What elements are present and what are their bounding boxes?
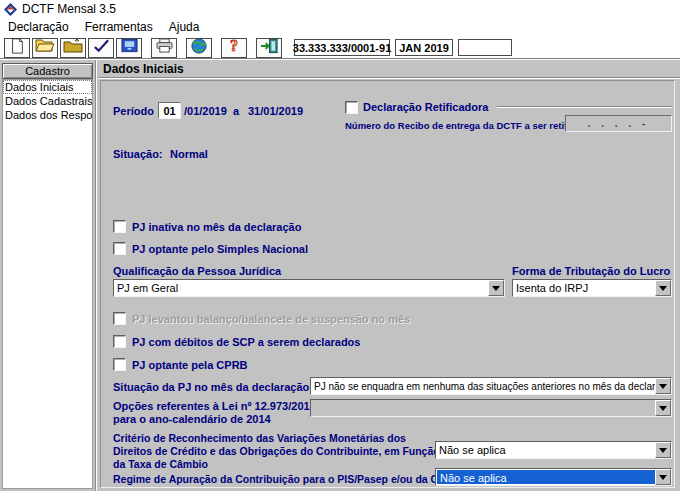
scp-checkbox[interactable] (113, 335, 126, 348)
app-window: DCTF Mensal 3.5 Declaração Ferramentas A… (0, 0, 680, 491)
situacao-pj-combobox[interactable]: PJ não se enquadra em nenhuma das situaç… (310, 377, 672, 395)
periodo-end-text: 31/01/2019 (248, 105, 303, 117)
forma-value: Isenta do IRPJ (513, 280, 655, 296)
page-title-separator (98, 77, 680, 79)
cprb-label[interactable]: PJ optante pela CPRB (132, 359, 248, 371)
opcoes-label-line1: Opções referentes à Lei nº 12.973/2014 (113, 400, 316, 412)
close-folder-button[interactable] (60, 38, 86, 58)
sidebar-item-dados-cadastrais[interactable]: Dados Cadastrais do E (3, 94, 92, 108)
title-bar: DCTF Mensal 3.5 (0, 0, 680, 18)
recibo-field: . . . . - (565, 115, 672, 132)
new-document-button[interactable] (4, 38, 30, 58)
menu-declaracao[interactable]: Declaração (0, 19, 77, 35)
new-document-icon (9, 38, 25, 58)
check-icon (93, 39, 110, 57)
periodo-day-input[interactable]: 01 (158, 102, 181, 119)
open-folder-icon (35, 38, 55, 57)
sidebar-item-dados-responsaveis[interactable]: Dados dos Responsáv (3, 108, 92, 122)
menu-ajuda[interactable]: Ajuda (161, 19, 208, 35)
menu-bar: Declaração Ferramentas Ajuda (0, 18, 680, 36)
periodo-rest-text: /01/2019 (184, 105, 227, 117)
situacao-pj-label: Situação da PJ no mês da declaração (113, 381, 309, 393)
sidebar-header-cadastro[interactable]: Cadastro (2, 63, 93, 79)
help-icon: ? (227, 37, 241, 58)
periodo-label: Período (113, 105, 154, 117)
chevron-down-icon[interactable] (655, 469, 671, 485)
sidebar-separator (95, 60, 97, 491)
exit-door-icon (260, 38, 279, 58)
retificadora-groupline (497, 106, 672, 108)
validate-button[interactable] (88, 38, 114, 58)
opcoes-value (311, 400, 655, 416)
chevron-down-icon[interactable] (655, 280, 671, 296)
criterio-label-line3: da Taxa de Câmbio (113, 458, 208, 470)
open-folder-button[interactable] (32, 38, 58, 58)
toolbar: ? 33.333.333/0001-91 JAN 2019 (0, 36, 680, 59)
situacao-value: Normal (170, 148, 208, 160)
window-title: DCTF Mensal 3.5 (22, 2, 116, 16)
simples-label[interactable]: PJ optante pelo Simples Nacional (132, 243, 308, 255)
retificadora-label[interactable]: Declaração Retificadora (363, 101, 488, 113)
chevron-down-icon[interactable] (655, 378, 671, 394)
app-logo-icon (4, 3, 17, 16)
globe-icon (191, 38, 207, 58)
situacao-label: Situação: (113, 148, 163, 160)
print-button[interactable] (151, 38, 177, 58)
inativa-checkbox[interactable] (113, 220, 126, 233)
exit-button[interactable] (256, 38, 282, 58)
extra-field (458, 39, 512, 56)
close-folder-icon (63, 38, 83, 57)
cprb-checkbox[interactable] (113, 358, 126, 371)
regime-combobox[interactable]: Não se aplica (435, 468, 672, 486)
scp-label[interactable]: PJ com débitos de SCP a serem declarados (132, 336, 360, 348)
cnpj-field: 33.333.333/0001-91 (294, 39, 390, 56)
balanco-label: PJ levantou balanço/balancete de suspens… (132, 313, 410, 325)
print-icon (155, 38, 174, 57)
criterio-value: Não se aplica (436, 442, 655, 458)
menu-ferramentas[interactable]: Ferramentas (77, 19, 161, 35)
sidebar-list: Dados Iniciais Dados Cadastrais do E Dad… (2, 79, 93, 489)
qualificacao-label: Qualificação da Pessoa Jurídica (113, 265, 281, 277)
criterio-combobox[interactable]: Não se aplica (435, 441, 672, 459)
criterio-label-line1: Critério de Reconhecimento das Variações… (113, 432, 406, 444)
forma-combobox[interactable]: Isenta do IRPJ (512, 279, 672, 297)
periodo-a-text: a (233, 105, 239, 117)
qualificacao-value: PJ em Geral (114, 280, 488, 296)
svg-text:?: ? (230, 37, 238, 54)
period-field: JAN 2019 (395, 39, 453, 56)
regime-label: Regime de Apuração da Contribuição para … (113, 473, 463, 485)
balanco-checkbox (113, 312, 126, 325)
recibo-label: Número do Recibo de entrega da DCTF a se… (345, 120, 592, 131)
help-button[interactable]: ? (221, 38, 247, 58)
qualificacao-combobox[interactable]: PJ em Geral (113, 279, 505, 297)
internet-button[interactable] (186, 38, 212, 58)
forma-label: Forma de Tributação do Lucro (512, 265, 670, 277)
chevron-down-icon (655, 400, 671, 416)
sidebar-item-dados-iniciais[interactable]: Dados Iniciais (3, 80, 92, 94)
simples-checkbox[interactable] (113, 242, 126, 255)
chevron-down-icon[interactable] (488, 280, 504, 296)
page-title: Dados Iniciais (103, 62, 184, 76)
criterio-label-line2: Direitos de Crédito e das Obrigações do … (113, 445, 440, 457)
situacao-pj-value: PJ não se enquadra em nenhuma das situaç… (311, 378, 655, 394)
transmit-button[interactable] (116, 38, 142, 58)
chevron-down-icon[interactable] (655, 442, 671, 458)
opcoes-label-line2: para o ano-calendário de 2014 (113, 413, 271, 425)
retificadora-checkbox[interactable] (345, 101, 358, 114)
transmit-icon (121, 38, 138, 57)
opcoes-combobox (310, 399, 672, 417)
inativa-label[interactable]: PJ inativa no mês da declaração (132, 221, 301, 233)
regime-value: Não se aplica (437, 470, 655, 484)
